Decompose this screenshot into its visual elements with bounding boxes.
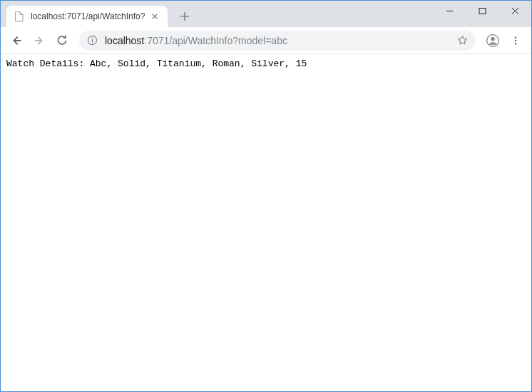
page-content: Watch Details: Abc, Solid, Titanium, Rom… — [1, 54, 531, 391]
response-body-text: Watch Details: Abc, Solid, Titanium, Rom… — [6, 58, 307, 69]
svg-rect-0 — [479, 8, 486, 14]
new-tab-button[interactable] — [175, 6, 195, 26]
close-window-button[interactable] — [498, 1, 531, 21]
url-text: localhost:7071/api/WatchInfo?model=abc — [105, 35, 457, 46]
tab-close-button[interactable] — [149, 11, 160, 22]
nav-toolbar: localhost:7071/api/WatchInfo?model=abc — [1, 27, 531, 54]
site-info-icon[interactable] — [86, 35, 98, 46]
title-bar: localhost:7071/api/WatchInfo?m — [1, 1, 531, 27]
address-bar[interactable]: localhost:7071/api/WatchInfo?model=abc — [79, 31, 476, 51]
tab-title: localhost:7071/api/WatchInfo?m — [31, 11, 145, 21]
chrome-menu-button[interactable] — [506, 31, 526, 51]
svg-point-8 — [515, 43, 516, 44]
bookmark-star-icon[interactable] — [457, 35, 469, 46]
file-icon — [14, 11, 25, 22]
back-button[interactable] — [6, 31, 26, 51]
svg-point-5 — [491, 37, 494, 41]
svg-point-6 — [515, 36, 516, 38]
svg-point-7 — [515, 39, 516, 41]
minimize-button[interactable] — [433, 1, 466, 21]
svg-point-2 — [91, 38, 93, 39]
url-path: :7071/api/WatchInfo?model=abc — [144, 35, 287, 46]
browser-tab[interactable]: localhost:7071/api/WatchInfo?m — [6, 6, 168, 27]
browser-window: localhost:7071/api/WatchInfo?m — [0, 0, 532, 392]
forward-button[interactable] — [29, 31, 49, 51]
window-controls — [433, 1, 531, 21]
profile-button[interactable] — [483, 31, 503, 51]
url-host: localhost — [105, 35, 144, 46]
reload-button[interactable] — [52, 31, 72, 51]
svg-rect-3 — [91, 39, 92, 43]
maximize-button[interactable] — [466, 1, 498, 21]
